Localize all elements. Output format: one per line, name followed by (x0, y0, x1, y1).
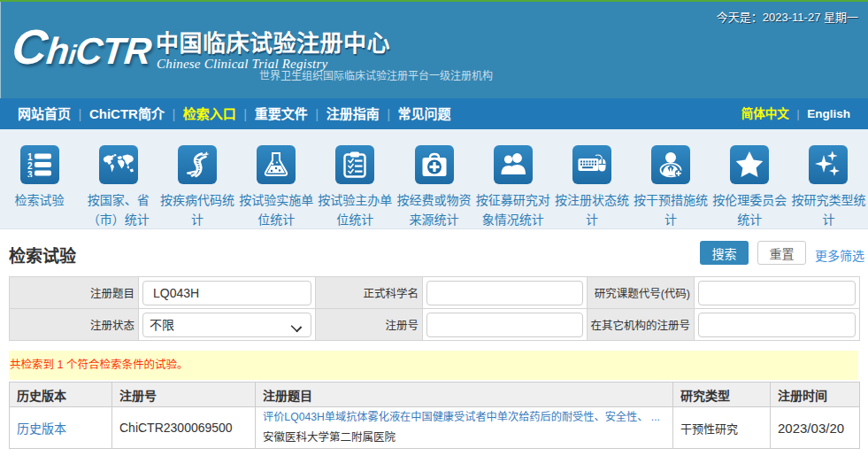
svg-text:3: 3 (27, 170, 33, 177)
